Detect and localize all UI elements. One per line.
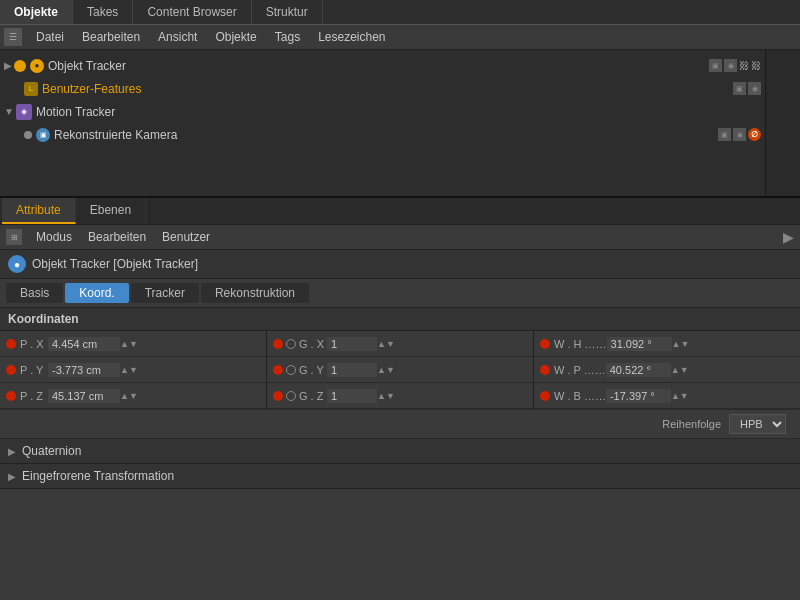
- field-gz: G . Z ▲▼: [267, 383, 533, 409]
- sub-tab-rekonstruktion[interactable]: Rekonstruktion: [201, 283, 309, 303]
- label-wh: W . H ……: [554, 338, 607, 350]
- field-py: P . Y ▲▼: [0, 357, 266, 383]
- attr-menu-benutzer[interactable]: Benutzer: [154, 228, 218, 246]
- label-px: P . X: [20, 338, 48, 350]
- expand-icon-mt: ▼: [4, 106, 14, 117]
- reihenfolge-label: Reihenfolge: [662, 418, 721, 430]
- arrow-wb: ▲▼: [671, 391, 689, 401]
- menu-datei[interactable]: Datei: [28, 28, 72, 46]
- icon-chain2: ⛓: [751, 60, 761, 71]
- collapse-arrow-quaternion: ▶: [8, 446, 16, 457]
- dot-wb[interactable]: [540, 391, 550, 401]
- label-gx: G . X: [299, 338, 327, 350]
- menu-lesezeichen[interactable]: Lesezeichen: [310, 28, 393, 46]
- tree-icon-2: ◉: [724, 59, 737, 72]
- dot-py[interactable]: [6, 365, 16, 375]
- collapse-eingefrorene[interactable]: ▶ Eingefrorene Transformation: [0, 464, 800, 489]
- arrow-right-icon[interactable]: ▶: [783, 229, 794, 245]
- arrow-gx: ▲▼: [377, 339, 395, 349]
- tab-attribute[interactable]: Attribute: [2, 198, 76, 224]
- motion-tracker-icon: ◈: [16, 104, 32, 120]
- field-wb: W . B …… ▲▼: [534, 383, 800, 409]
- tree-icon-bf2: ◉: [748, 82, 761, 95]
- tree-dot-orange: [14, 60, 26, 72]
- attr-menu-modus[interactable]: Modus: [28, 228, 80, 246]
- reihenfolge-select[interactable]: HPB PHB BPH: [729, 414, 786, 434]
- circle-gx: [286, 339, 296, 349]
- input-py[interactable]: [48, 363, 120, 377]
- tree-row-benutzer-features[interactable]: L Benutzer-Features ▣ ◉: [0, 77, 765, 100]
- label-gy: G . Y: [299, 364, 327, 376]
- dot-gy[interactable]: [273, 365, 283, 375]
- collapse-label-quaternion: Quaternion: [22, 444, 81, 458]
- dot-gz[interactable]: [273, 391, 283, 401]
- arrow-gz: ▲▼: [377, 391, 395, 401]
- collapse-label-eingefrorene: Eingefrorene Transformation: [22, 469, 174, 483]
- tab-takes[interactable]: Takes: [73, 0, 133, 24]
- input-pz[interactable]: [48, 389, 120, 403]
- sub-tab-tracker[interactable]: Tracker: [131, 283, 199, 303]
- obj-title: Objekt Tracker [Objekt Tracker]: [32, 257, 198, 271]
- tab-struktur[interactable]: Struktur: [252, 0, 323, 24]
- menu-icon: ☰: [4, 28, 22, 46]
- menu-ansicht[interactable]: Ansicht: [150, 28, 205, 46]
- field-gy: G . Y ▲▼: [267, 357, 533, 383]
- sub-tab-basis[interactable]: Basis: [6, 283, 63, 303]
- sub-tab-koord[interactable]: Koord.: [65, 283, 128, 303]
- menu-tags[interactable]: Tags: [267, 28, 308, 46]
- tab-ebenen[interactable]: Ebenen: [76, 198, 146, 224]
- tree-row-rekonstruierte-kamera[interactable]: ▣ Rekonstruierte Kamera ▣ ◉ ∅: [0, 123, 765, 146]
- dot-gx[interactable]: [273, 339, 283, 349]
- label-wp: W . P ……: [554, 364, 606, 376]
- field-wh: W . H …… ▲▼: [534, 331, 800, 357]
- obj-sphere-icon: ●: [8, 255, 26, 273]
- dot-wp[interactable]: [540, 365, 550, 375]
- tree-label-objekt-tracker: Objekt Tracker: [48, 59, 126, 73]
- input-px[interactable]: [48, 337, 120, 351]
- collapse-quaternion[interactable]: ▶ Quaternion: [0, 439, 800, 464]
- circle-gy: [286, 365, 296, 375]
- menu-objekte[interactable]: Objekte: [207, 28, 264, 46]
- no-icon-rk: ∅: [748, 128, 761, 141]
- expand-icon: ▶: [4, 60, 12, 71]
- dot-px[interactable]: [6, 339, 16, 349]
- reihenfolge-row: Reihenfolge HPB PHB BPH: [0, 410, 800, 439]
- tab-content-browser[interactable]: Content Browser: [133, 0, 251, 24]
- arrow-py: ▲▼: [120, 365, 138, 375]
- tree-icon-bf1: ▣: [733, 82, 746, 95]
- rk-icon: ▣: [36, 128, 50, 142]
- input-gy[interactable]: [327, 363, 377, 377]
- icon-chain: ⛓: [739, 60, 749, 71]
- input-gz[interactable]: [327, 389, 377, 403]
- circle-gz: [286, 391, 296, 401]
- arrow-pz: ▲▼: [120, 391, 138, 401]
- input-wb[interactable]: [606, 389, 671, 403]
- input-wh[interactable]: [607, 337, 672, 351]
- tree-row-motion-tracker[interactable]: ▼ ◈ Motion Tracker: [0, 100, 765, 123]
- tree-icon-1: ▣: [709, 59, 722, 72]
- field-gx: G . X ▲▼: [267, 331, 533, 357]
- tree-label-benutzer-features: Benutzer-Features: [42, 82, 141, 96]
- dot-pz[interactable]: [6, 391, 16, 401]
- tree-label-motion-tracker: Motion Tracker: [36, 105, 115, 119]
- tree-icon-rk1: ▣: [718, 128, 731, 141]
- tab-objekte[interactable]: Objekte: [0, 0, 73, 24]
- field-px: P . X ▲▼: [0, 331, 266, 357]
- arrow-wp: ▲▼: [671, 365, 689, 375]
- label-gz: G . Z: [299, 390, 327, 402]
- obj-tracker-icon: ●: [30, 59, 44, 73]
- dot-wh[interactable]: [540, 339, 550, 349]
- tree-label-rekonstruierte-kamera: Rekonstruierte Kamera: [54, 128, 177, 142]
- tree-row-objekt-tracker[interactable]: ▶ ● Objekt Tracker ▣ ◉ ⛓ ⛓: [0, 54, 765, 77]
- grid-icon: ⊞: [6, 229, 22, 245]
- menu-bearbeiten[interactable]: Bearbeiten: [74, 28, 148, 46]
- input-wp[interactable]: [606, 363, 671, 377]
- field-wp: W . P …… ▲▼: [534, 357, 800, 383]
- input-gx[interactable]: [327, 337, 377, 351]
- collapse-arrow-eingefrorene: ▶: [8, 471, 16, 482]
- attr-menu-bearbeiten[interactable]: Bearbeiten: [80, 228, 154, 246]
- tree-icon-rk2: ◉: [733, 128, 746, 141]
- arrow-px: ▲▼: [120, 339, 138, 349]
- field-pz: P . Z ▲▼: [0, 383, 266, 409]
- label-py: P . Y: [20, 364, 48, 376]
